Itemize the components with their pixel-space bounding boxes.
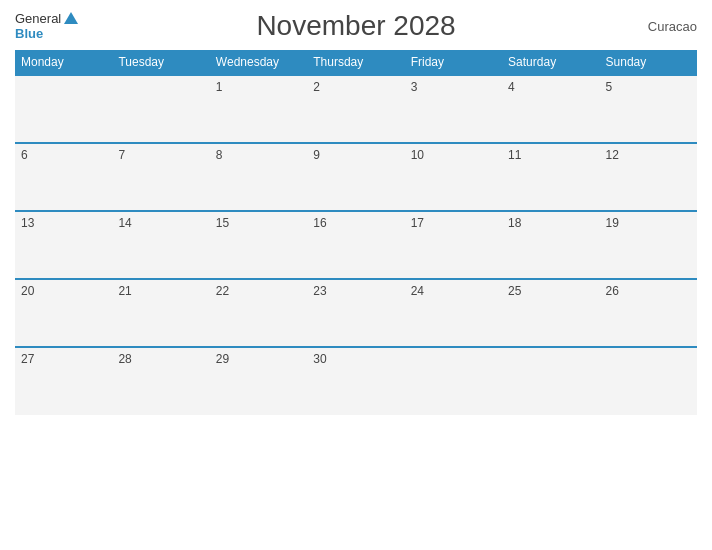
header-thursday: Thursday — [307, 50, 404, 75]
day-number: 17 — [411, 216, 424, 230]
calendar-day-cell: 1 — [210, 75, 307, 143]
calendar-day-cell: 12 — [600, 143, 697, 211]
calendar-day-cell: 10 — [405, 143, 502, 211]
calendar-week-row: 6789101112 — [15, 143, 697, 211]
header: GeneralBlueNovember 2028Curacao — [15, 10, 697, 42]
day-number: 23 — [313, 284, 326, 298]
day-number: 13 — [21, 216, 34, 230]
calendar-day-cell: 5 — [600, 75, 697, 143]
calendar-day-cell — [15, 75, 112, 143]
calendar-day-cell: 7 — [112, 143, 209, 211]
calendar-day-cell: 8 — [210, 143, 307, 211]
calendar-day-cell: 14 — [112, 211, 209, 279]
calendar-week-row: 27282930 — [15, 347, 697, 415]
calendar-day-cell — [600, 347, 697, 415]
header-wednesday: Wednesday — [210, 50, 307, 75]
calendar-day-cell: 25 — [502, 279, 599, 347]
calendar-day-cell: 24 — [405, 279, 502, 347]
day-number: 11 — [508, 148, 521, 162]
calendar-day-cell: 27 — [15, 347, 112, 415]
logo-blue-text: Blue — [15, 26, 43, 41]
calendar-day-cell: 29 — [210, 347, 307, 415]
day-number: 26 — [606, 284, 619, 298]
day-number: 8 — [216, 148, 223, 162]
day-number: 15 — [216, 216, 229, 230]
calendar-page: GeneralBlueNovember 2028Curacao Monday T… — [0, 0, 712, 550]
calendar-week-row: 12345 — [15, 75, 697, 143]
day-number: 19 — [606, 216, 619, 230]
calendar-day-cell: 28 — [112, 347, 209, 415]
calendar-day-cell: 17 — [405, 211, 502, 279]
logo-triangle-icon — [64, 12, 78, 24]
header-friday: Friday — [405, 50, 502, 75]
day-number: 3 — [411, 80, 418, 94]
day-number: 16 — [313, 216, 326, 230]
day-number: 29 — [216, 352, 229, 366]
calendar-day-cell: 6 — [15, 143, 112, 211]
calendar-title: November 2028 — [95, 10, 617, 42]
day-number: 30 — [313, 352, 326, 366]
day-number: 6 — [21, 148, 28, 162]
weekday-header-row: Monday Tuesday Wednesday Thursday Friday… — [15, 50, 697, 75]
calendar-week-row: 20212223242526 — [15, 279, 697, 347]
calendar-day-cell: 20 — [15, 279, 112, 347]
header-tuesday: Tuesday — [112, 50, 209, 75]
day-number: 21 — [118, 284, 131, 298]
day-number: 12 — [606, 148, 619, 162]
calendar-week-row: 13141516171819 — [15, 211, 697, 279]
calendar-day-cell: 26 — [600, 279, 697, 347]
calendar-day-cell — [502, 347, 599, 415]
day-number: 27 — [21, 352, 34, 366]
calendar-day-cell: 15 — [210, 211, 307, 279]
header-sunday: Sunday — [600, 50, 697, 75]
calendar-day-cell: 30 — [307, 347, 404, 415]
day-number: 25 — [508, 284, 521, 298]
day-number: 4 — [508, 80, 515, 94]
calendar-day-cell: 16 — [307, 211, 404, 279]
day-number: 2 — [313, 80, 320, 94]
day-number: 24 — [411, 284, 424, 298]
logo-general-text: General — [15, 11, 61, 26]
day-number: 10 — [411, 148, 424, 162]
calendar-day-cell: 21 — [112, 279, 209, 347]
day-number: 1 — [216, 80, 223, 94]
day-number: 7 — [118, 148, 125, 162]
calendar-day-cell — [405, 347, 502, 415]
calendar-day-cell: 22 — [210, 279, 307, 347]
day-number: 18 — [508, 216, 521, 230]
calendar-day-cell: 13 — [15, 211, 112, 279]
day-number: 5 — [606, 80, 613, 94]
calendar-day-cell: 4 — [502, 75, 599, 143]
day-number: 28 — [118, 352, 131, 366]
header-monday: Monday — [15, 50, 112, 75]
day-number: 9 — [313, 148, 320, 162]
day-number: 22 — [216, 284, 229, 298]
calendar-table: Monday Tuesday Wednesday Thursday Friday… — [15, 50, 697, 415]
calendar-day-cell: 9 — [307, 143, 404, 211]
day-number: 20 — [21, 284, 34, 298]
calendar-day-cell: 2 — [307, 75, 404, 143]
logo-block: GeneralBlue — [15, 11, 95, 41]
calendar-day-cell — [112, 75, 209, 143]
calendar-day-cell: 11 — [502, 143, 599, 211]
header-saturday: Saturday — [502, 50, 599, 75]
calendar-day-cell: 3 — [405, 75, 502, 143]
calendar-day-cell: 19 — [600, 211, 697, 279]
calendar-day-cell: 23 — [307, 279, 404, 347]
calendar-day-cell: 18 — [502, 211, 599, 279]
day-number: 14 — [118, 216, 131, 230]
region-label: Curacao — [617, 19, 697, 34]
